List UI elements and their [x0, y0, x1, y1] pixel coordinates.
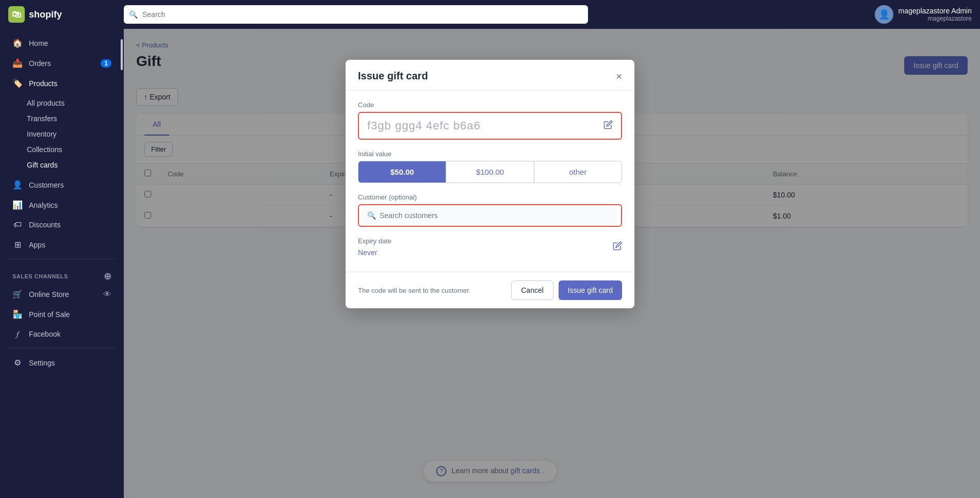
value-option-50[interactable]: $50.00: [358, 161, 446, 182]
avatar: 👤: [875, 5, 893, 24]
expiry-row: Expiry date Never: [358, 237, 622, 257]
modal-footer: The code will be sent to the customer. C…: [346, 272, 634, 308]
user-store: mageplazastore: [899, 15, 972, 22]
value-options: $50.00 $100.00 other: [358, 161, 622, 183]
code-label: Code: [358, 101, 622, 109]
initial-value-label: Initial value: [358, 150, 622, 158]
value-option-100[interactable]: $100.00: [446, 161, 534, 182]
modal-header: Issue gift card ×: [346, 60, 634, 91]
search-bar-container: 🔍: [124, 5, 588, 24]
user-text: mageplazastore Admin mageplazastore: [899, 7, 972, 22]
top-navigation: 🛍 shopify 🔍 👤 mageplazastore Admin magep…: [0, 0, 980, 29]
modal-title: Issue gift card: [358, 70, 428, 82]
search-icon: 🔍: [129, 10, 138, 19]
issue-gift-card-modal: Issue gift card × Code f3gb ggg4 4efc b6…: [346, 60, 634, 308]
expiry-section: Expiry date Never: [358, 237, 622, 257]
edit-expiry-button[interactable]: [613, 241, 622, 253]
modal-backdrop: Issue gift card × Code f3gb ggg4 4efc b6…: [0, 29, 980, 498]
user-info[interactable]: 👤 mageplazastore Admin mageplazastore: [875, 5, 972, 24]
modal-close-button[interactable]: ×: [616, 71, 622, 81]
customer-label: Customer (optional): [358, 193, 622, 201]
code-value: f3gb ggg4 4efc b6a6: [367, 119, 481, 132]
pencil-icon: [613, 241, 622, 251]
customer-section: Customer (optional) 🔍: [358, 193, 622, 227]
user-name: mageplazastore Admin: [899, 7, 972, 15]
cancel-button[interactable]: Cancel: [511, 280, 553, 300]
value-option-other[interactable]: other: [534, 161, 622, 182]
issue-button[interactable]: Issue gift card: [559, 280, 622, 300]
footer-actions: Cancel Issue gift card: [511, 280, 622, 300]
expiry-label: Expiry date: [358, 237, 391, 245]
customer-search-input[interactable]: [363, 207, 617, 224]
search-input[interactable]: [124, 5, 588, 24]
expiry-value[interactable]: Never: [358, 248, 377, 257]
customer-box: 🔍: [358, 204, 622, 227]
code-box: f3gb ggg4 4efc b6a6: [358, 112, 622, 140]
logo-icon: 🛍: [8, 6, 25, 23]
edit-code-button[interactable]: [603, 120, 613, 132]
logo[interactable]: 🛍 shopify: [8, 6, 111, 23]
initial-value-section: Initial value $50.00 $100.00 other: [358, 150, 622, 183]
pencil-icon: [603, 120, 613, 129]
modal-body: Code f3gb ggg4 4efc b6a6 Initial value $…: [346, 91, 634, 272]
customer-search-icon: 🔍: [367, 211, 376, 220]
logo-text: shopify: [29, 9, 62, 20]
footer-note: The code will be sent to the customer.: [358, 287, 470, 294]
customer-search-wrap: 🔍: [363, 207, 617, 224]
